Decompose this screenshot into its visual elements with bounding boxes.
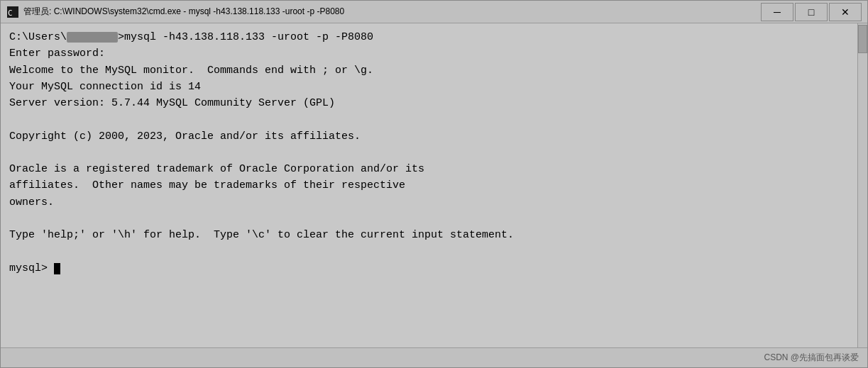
command-text: >mysql -h43.138.118.133 -uroot -p -P8080… [9, 31, 514, 274]
prompt-path: C:\Users\ [9, 31, 67, 43]
window-controls: ─ □ ✕ [761, 3, 862, 21]
maximize-button[interactable]: □ [795, 3, 828, 21]
redacted-username [67, 32, 118, 43]
scrollbar[interactable] [857, 23, 867, 347]
scrollbar-thumb[interactable] [858, 25, 867, 53]
bottom-bar: CSDN @先搞面包再谈爱 [1, 347, 867, 367]
svg-text:C: C [8, 9, 13, 18]
terminal-body[interactable]: C:\Users\ >mysql -h43.138.118.133 -uroot… [1, 23, 867, 347]
close-button[interactable]: ✕ [829, 3, 862, 21]
cmd-window: C 管理员: C:\WINDOWS\system32\cmd.exe - mys… [0, 0, 868, 368]
title-bar: C 管理员: C:\WINDOWS\system32\cmd.exe - mys… [1, 1, 867, 23]
window-title: 管理员: C:\WINDOWS\system32\cmd.exe - mysql… [23, 6, 755, 18]
minimize-button[interactable]: ─ [761, 3, 793, 21]
cursor-blink [54, 263, 60, 274]
cmd-icon: C [6, 6, 19, 18]
terminal-output: C:\Users\ >mysql -h43.138.118.133 -uroot… [9, 29, 859, 277]
watermark-text: CSDN @先搞面包再谈爱 [764, 352, 859, 364]
